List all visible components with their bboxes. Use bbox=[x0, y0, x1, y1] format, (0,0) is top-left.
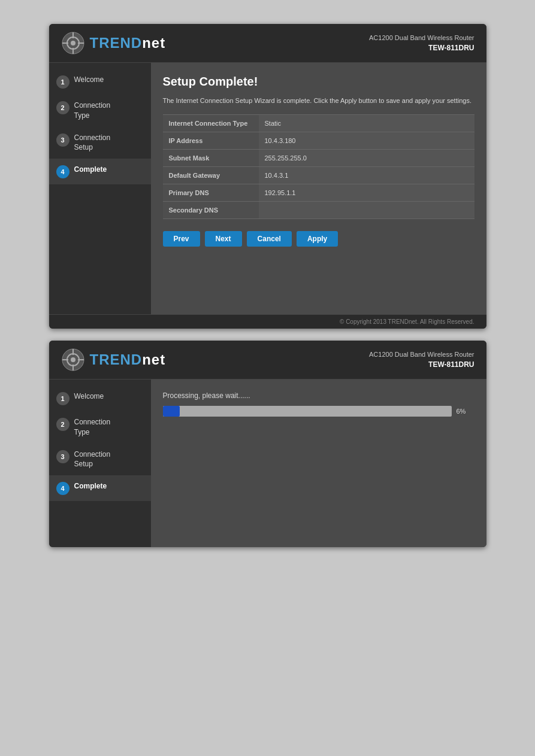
table-row: Default Gateway10.4.3.1 bbox=[163, 166, 474, 184]
table-cell-label: Internet Connection Type bbox=[163, 114, 259, 132]
prev-button[interactable]: Prev bbox=[163, 231, 200, 247]
sidebar-item-connection-setup[interactable]: 3 ConnectionSetup bbox=[49, 127, 151, 159]
device-info-2: AC1200 Dual Band Wireless Router TEW-811… bbox=[369, 350, 474, 371]
device-model: TEW-811DRU bbox=[369, 42, 474, 53]
apply-button[interactable]: Apply bbox=[297, 231, 338, 247]
sidebar2-item-connection-setup[interactable]: 3 ConnectionSetup bbox=[49, 444, 151, 476]
sidebar2-item-complete[interactable]: 4 Complete bbox=[49, 475, 151, 501]
table-cell-value bbox=[259, 201, 474, 218]
sidebar2-label-complete: Complete bbox=[74, 481, 107, 491]
brand-suffix: net bbox=[142, 35, 165, 51]
connection-info-table: Internet Connection TypeStaticIP Address… bbox=[163, 114, 474, 219]
table-row: IP Address10.4.3.180 bbox=[163, 132, 474, 149]
table-cell-value: 255.255.255.0 bbox=[259, 149, 474, 166]
device-line1: AC1200 Dual Band Wireless Router bbox=[369, 33, 474, 43]
sidebar-label-welcome: Welcome bbox=[74, 75, 104, 85]
panel-body-2: 1 Welcome 2 ConnectionType 3 ConnectionS… bbox=[49, 379, 486, 547]
table-cell-value: Static bbox=[259, 114, 474, 132]
brand-name-2: TRENDnet bbox=[90, 351, 166, 368]
step2-num-2: 2 bbox=[56, 418, 69, 431]
trendnet-logo-icon bbox=[61, 31, 85, 55]
brand-area-2: TRENDnet bbox=[61, 348, 166, 372]
brand-prefix: TREND bbox=[90, 35, 143, 51]
step-num-3: 3 bbox=[56, 133, 69, 147]
progress-bar-fill bbox=[163, 406, 180, 417]
table-row: Secondary DNS bbox=[163, 201, 474, 218]
progress-container: 6% bbox=[163, 406, 474, 417]
table-row: Subnet Mask255.255.255.0 bbox=[163, 149, 474, 166]
brand-name: TRENDnet bbox=[90, 35, 166, 51]
step2-num-4: 4 bbox=[56, 482, 69, 495]
table-cell-value: 10.4.3.180 bbox=[259, 132, 474, 149]
sidebar-item-complete[interactable]: 4 Complete bbox=[49, 159, 151, 184]
device-model-2: TEW-811DRU bbox=[369, 359, 474, 370]
table-cell-value: 10.4.3.1 bbox=[259, 166, 474, 184]
device-info-1: AC1200 Dual Band Wireless Router TEW-811… bbox=[369, 33, 474, 54]
setup-complete-desc: The Internet Connection Setup Wizard is … bbox=[163, 96, 474, 106]
sidebar2-label-connection-setup: ConnectionSetup bbox=[74, 450, 111, 470]
sidebar2-label-connection-type: ConnectionType bbox=[74, 417, 111, 438]
sidebar-item-welcome[interactable]: 1 Welcome bbox=[49, 69, 151, 95]
brand-area: TRENDnet bbox=[61, 31, 166, 55]
step-num-2: 2 bbox=[56, 101, 69, 114]
svg-point-9 bbox=[71, 357, 75, 362]
table-cell-label: Default Gateway bbox=[163, 166, 259, 184]
sidebar-label-connection-type: ConnectionType bbox=[74, 101, 111, 121]
sidebar-item-connection-type[interactable]: 2 ConnectionType bbox=[49, 95, 151, 127]
setup-complete-title: Setup Complete! bbox=[163, 75, 474, 89]
table-cell-label: Subnet Mask bbox=[163, 149, 259, 166]
panel-header-1: TRENDnet AC1200 Dual Band Wireless Route… bbox=[49, 24, 486, 63]
step2-num-3: 3 bbox=[56, 450, 69, 463]
sidebar2-label-welcome: Welcome bbox=[74, 391, 104, 402]
sidebar2-item-connection-type[interactable]: 2 ConnectionType bbox=[49, 411, 151, 444]
router-panel-2: TRENDnet AC1200 Dual Band Wireless Route… bbox=[49, 341, 486, 547]
brand-prefix-2: TREND bbox=[90, 351, 143, 368]
copyright-text: © Copyright 2013 TRENDnet. All Rights Re… bbox=[340, 318, 474, 325]
cancel-button[interactable]: Cancel bbox=[247, 231, 292, 247]
sidebar2-item-welcome[interactable]: 1 Welcome bbox=[49, 385, 151, 411]
progress-percent-label: 6% bbox=[457, 408, 474, 415]
brand-suffix-2: net bbox=[142, 351, 165, 368]
panel-body-1: 1 Welcome 2 ConnectionType 3 ConnectionS… bbox=[49, 63, 486, 314]
table-cell-label: Primary DNS bbox=[163, 184, 259, 201]
button-row: Prev Next Cancel Apply bbox=[163, 231, 474, 247]
step-num-4: 4 bbox=[56, 165, 69, 178]
sidebar-label-connection-setup: ConnectionSetup bbox=[74, 133, 111, 153]
device-line1-2: AC1200 Dual Band Wireless Router bbox=[369, 350, 474, 360]
table-row: Primary DNS192.95.1.1 bbox=[163, 184, 474, 201]
sidebar-2: 1 Welcome 2 ConnectionType 3 ConnectionS… bbox=[49, 379, 151, 547]
sidebar-1: 1 Welcome 2 ConnectionType 3 ConnectionS… bbox=[49, 63, 151, 314]
table-cell-value: 192.95.1.1 bbox=[259, 184, 474, 201]
progress-bar-background bbox=[163, 406, 452, 417]
panel-footer-1: © Copyright 2013 TRENDnet. All Rights Re… bbox=[49, 314, 486, 329]
main-content-2: Processing, please wait...... 6% bbox=[151, 379, 486, 547]
step2-num-1: 1 bbox=[56, 392, 69, 405]
table-cell-label: Secondary DNS bbox=[163, 201, 259, 218]
next-button[interactable]: Next bbox=[205, 231, 242, 247]
step-num-1: 1 bbox=[56, 75, 69, 89]
sidebar-label-complete: Complete bbox=[74, 165, 107, 175]
panel-header-2: TRENDnet AC1200 Dual Band Wireless Route… bbox=[49, 341, 486, 379]
trendnet-logo-icon-2 bbox=[61, 348, 85, 372]
router-panel-1: TRENDnet AC1200 Dual Band Wireless Route… bbox=[49, 24, 486, 329]
table-row: Internet Connection TypeStatic bbox=[163, 114, 474, 132]
table-cell-label: IP Address bbox=[163, 132, 259, 149]
processing-text: Processing, please wait...... bbox=[163, 391, 474, 400]
svg-point-2 bbox=[71, 41, 75, 45]
main-content-1: Setup Complete! The Internet Connection … bbox=[151, 63, 486, 314]
